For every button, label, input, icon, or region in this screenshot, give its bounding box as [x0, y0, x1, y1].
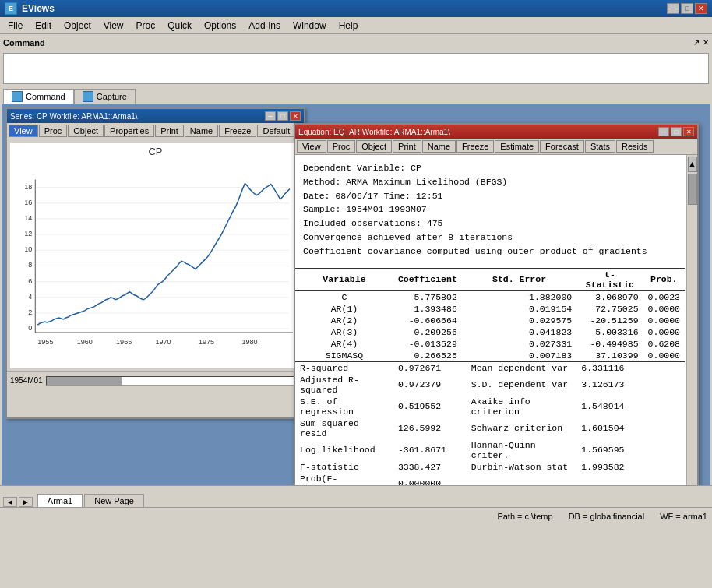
series-restore-btn[interactable]: □ [277, 111, 288, 121]
svg-text:8: 8 [28, 261, 32, 269]
app-icon: E [5, 2, 17, 15]
eq-proc-btn[interactable]: Proc [327, 140, 356, 153]
eq-restore-btn[interactable]: □ [671, 127, 682, 136]
equation-window: Equation: EQ_AR Workfile: ARMA1::Arma1\ … [294, 123, 699, 485]
table-row: AR(3)0.2092560.0418235.0033160.0000 [295, 326, 685, 338]
stats-row: Adjusted R-squared 0.972379 S.D. depende… [295, 374, 685, 396]
eq-date: Date: 08/06/17 Time: 12:51 [303, 189, 677, 203]
equation-content-area: Dependent Variable: CP Method: ARMA Maxi… [295, 155, 697, 485]
wf-next-btn[interactable]: ► [19, 497, 33, 507]
scroll-up-btn[interactable]: ▲ [688, 157, 697, 172]
wf-tab-new-page[interactable]: New Page [84, 494, 144, 507]
status-db: DB = globalfinancial [569, 512, 645, 521]
wf-tab-arma1[interactable]: Arma1 [37, 494, 83, 507]
command-input[interactable] [3, 53, 709, 84]
menu-item-quick[interactable]: Quick [163, 19, 196, 32]
eq-resids-btn[interactable]: Resids [616, 140, 654, 153]
eq-freeze-btn[interactable]: Freeze [456, 140, 494, 153]
series-chart: 18 16 14 12 10 8 6 4 2 0 1955 1960 1965 … [10, 159, 301, 368]
tab-capture[interactable]: Capture [74, 89, 136, 104]
status-bar: Path = c:\temp DB = globalfinancial WF =… [0, 507, 712, 524]
series-name-btn[interactable]: Name [185, 125, 218, 137]
eq-name-btn[interactable]: Name [422, 140, 456, 153]
minimize-button[interactable]: ─ [667, 3, 679, 14]
eq-estimate-btn[interactable]: Estimate [495, 140, 539, 153]
table-row: C5.7758021.8820003.0689700.0023 [295, 290, 685, 303]
svg-text:14: 14 [24, 214, 32, 222]
svg-text:2: 2 [28, 308, 32, 316]
capture-tab-icon [83, 91, 93, 102]
tab-command[interactable]: Command [3, 89, 74, 104]
series-object-btn[interactable]: Object [68, 125, 104, 137]
menu-item-view[interactable]: View [99, 19, 129, 32]
svg-text:1965: 1965 [116, 338, 132, 346]
command-tab-icon [12, 91, 23, 102]
menu-item-options[interactable]: Options [199, 19, 241, 32]
series-scrollbar[interactable] [46, 376, 298, 386]
menu-item-add-ins[interactable]: Add-ins [244, 19, 285, 32]
equation-header: Dependent Variable: CP Method: ARMA Maxi… [295, 155, 685, 265]
series-default-btn[interactable]: Default [257, 125, 295, 137]
menu-item-edit[interactable]: Edit [30, 19, 56, 32]
tab-area: Command Capture [0, 86, 712, 104]
command-close-icon[interactable]: ✕ [703, 38, 709, 47]
series-freeze-btn[interactable]: Freeze [219, 125, 256, 137]
equation-window-title: Equation: EQ_AR Workfile: ARMA1::Arma1\ [298, 128, 450, 136]
series-proc-btn[interactable]: Proc [39, 125, 68, 137]
tab-capture-label: Capture [97, 92, 127, 101]
eq-observations: Included observations: 475 [303, 217, 677, 231]
series-scrollbar-area: 1954M01 [7, 371, 304, 389]
series-properties-btn[interactable]: Properties [104, 125, 154, 137]
col-variable: Variable [295, 268, 393, 290]
svg-text:1970: 1970 [155, 338, 171, 346]
col-prob: Prob. [643, 268, 685, 290]
workfile-nav: ◄ ► [3, 497, 33, 507]
wf-prev-btn[interactable]: ◄ [3, 497, 17, 507]
stats-row: Sum squared resid 126.5992 Schwarz crite… [295, 417, 685, 439]
title-bar: E EViews ─ □ ✕ [0, 0, 712, 17]
eq-print-btn[interactable]: Print [393, 140, 421, 153]
eq-close-btn[interactable]: ✕ [683, 127, 694, 136]
table-row: SIGMASQ0.2665250.00718337.103990.0000 [295, 350, 685, 362]
series-window-title: Series: CP Workfile: ARMA1::Arma1\ [10, 112, 138, 121]
series-close-btn[interactable]: ✕ [290, 111, 301, 121]
series-print-btn[interactable]: Print [155, 125, 184, 137]
command-bar-title: Command [3, 38, 45, 48]
svg-text:6: 6 [28, 277, 32, 285]
svg-text:1980: 1980 [241, 338, 257, 346]
menu-item-proc[interactable]: Proc [132, 19, 160, 32]
menu-item-window[interactable]: Window [288, 19, 331, 32]
equation-scroll-area[interactable]: Dependent Variable: CP Method: ARMA Maxi… [295, 155, 697, 485]
command-float-icon[interactable]: ↗ [693, 38, 700, 47]
menu-item-object[interactable]: Object [59, 19, 96, 32]
close-button[interactable]: ✕ [695, 3, 707, 14]
maximize-button[interactable]: □ [681, 3, 693, 14]
col-coefficient: Coefficient [393, 268, 462, 290]
chart-area: CP 18 16 14 12 10 8 6 4 2 0 1955 1960 19… [10, 143, 301, 368]
scroll-thumb[interactable] [688, 174, 697, 205]
col-t-statistic: t-Statistic [576, 268, 643, 290]
status-path: Path = c:\temp [497, 512, 552, 521]
eq-view-btn[interactable]: View [297, 140, 326, 153]
eq-stats-btn[interactable]: Stats [585, 140, 615, 153]
svg-text:18: 18 [24, 183, 32, 191]
menu-item-help[interactable]: Help [334, 19, 363, 32]
series-view-btn[interactable]: View [9, 125, 38, 137]
equation-scrollbar[interactable]: ▲ ▼ [686, 155, 697, 485]
series-date-display: 1954M01 [10, 376, 43, 385]
series-minimize-btn[interactable]: ─ [265, 111, 276, 121]
svg-text:0: 0 [28, 324, 32, 332]
equation-window-titlebar: Equation: EQ_AR Workfile: ARMA1::Arma1\ … [295, 125, 697, 139]
title-controls: ─ □ ✕ [667, 3, 707, 14]
eq-dep-var: Dependent Variable: CP [303, 161, 677, 175]
table-row: AR(4)-0.0135290.027331-0.4949850.6208 [295, 338, 685, 350]
menu-item-file[interactable]: File [3, 19, 27, 32]
workfile-tabs: ◄ ► Arma1 New Page [0, 485, 712, 507]
eq-convergence: Convergence achieved after 8 iterations [303, 231, 677, 245]
eq-object-btn[interactable]: Object [356, 140, 392, 153]
eq-forecast-btn[interactable]: Forecast [540, 140, 584, 153]
svg-text:10: 10 [24, 245, 32, 253]
stats-row: Log likelihood -361.8671 Hannan-Quinn cr… [295, 439, 685, 461]
series-window-titlebar: Series: CP Workfile: ARMA1::Arma1\ ─ □ ✕ [7, 109, 304, 123]
eq-minimize-btn[interactable]: ─ [658, 127, 669, 136]
